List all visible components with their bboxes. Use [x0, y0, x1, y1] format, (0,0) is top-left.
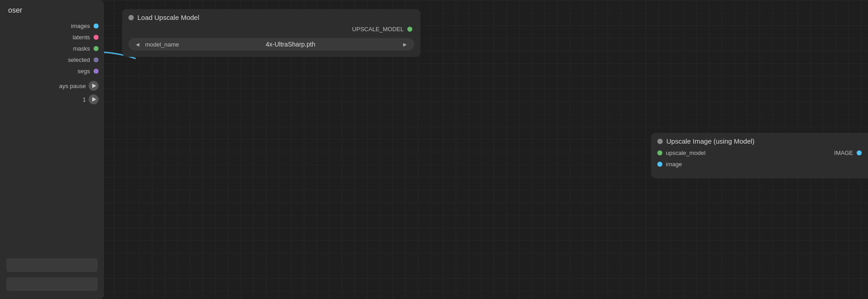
port-label-masks: masks: [73, 45, 90, 52]
load-upscale-title: Load Upscale Model: [137, 14, 199, 21]
play-button-1[interactable]: [89, 94, 99, 104]
control-row-1: 1: [6, 94, 104, 104]
port-label-upscale-model: upscale_model: [666, 150, 705, 156]
upscale-model-port-row: upscale_model IMAGE: [657, 150, 862, 156]
upscale-image-node: Upscale Image (using Model) upscale_mode…: [651, 133, 868, 178]
left-panel-node: oser images latents masks selected segs …: [0, 0, 104, 299]
model-name-control[interactable]: ◄ model_name 4x-UltraSharp.pth ►: [128, 38, 414, 51]
port-dot-masks[interactable]: [94, 46, 99, 51]
upscale-image-title: Upscale Image (using Model): [666, 137, 755, 145]
port-label-selected: selected: [68, 56, 90, 63]
control-label-pause: ays pause: [59, 83, 86, 89]
port-dot-latents[interactable]: [94, 35, 99, 40]
port-dot-upscale-model[interactable]: [657, 150, 662, 155]
upscale-model-output-port[interactable]: [407, 27, 412, 32]
upscale-model-input: upscale_model: [657, 150, 705, 156]
port-label-segs: segs: [78, 68, 90, 75]
port-dot-image-input[interactable]: [657, 162, 662, 167]
control-row-pause: ays pause: [6, 81, 104, 91]
upscale-outputs: UPSCALE_MODEL: [128, 26, 414, 33]
upscale-image-status-dot: [657, 139, 663, 144]
load-upscale-model-node: Load Upscale Model UPSCALE_MODEL ◄ model…: [122, 9, 420, 57]
port-label-image-output: IMAGE: [834, 150, 853, 156]
port-dot-segs[interactable]: [94, 69, 99, 74]
model-next-button[interactable]: ►: [402, 41, 408, 48]
model-name-field-value: 4x-UltraSharp.pth: [184, 41, 397, 48]
model-name-field-label: model_name: [145, 41, 179, 48]
control-label-1: 1: [83, 96, 86, 103]
port-row-images: images: [6, 23, 104, 29]
port-row-masks: masks: [6, 45, 104, 52]
port-label-image-input: image: [666, 161, 682, 168]
image-input-port-row: image: [657, 161, 862, 168]
image-input: image: [657, 161, 682, 168]
port-row-selected: selected: [6, 56, 104, 63]
upscale-model-output-label: UPSCALE_MODEL: [352, 26, 404, 33]
port-row-segs: segs: [6, 68, 104, 75]
bottom-bar-1: [6, 258, 98, 272]
port-row-latents: latents: [6, 34, 104, 41]
upscale-image-header: Upscale Image (using Model): [657, 137, 862, 145]
port-dot-images[interactable]: [94, 23, 99, 28]
port-dot-selected[interactable]: [94, 57, 99, 62]
play-button-pause[interactable]: [89, 81, 99, 91]
port-label-images: images: [71, 23, 90, 29]
load-upscale-status-dot: [128, 15, 134, 20]
model-prev-button[interactable]: ◄: [135, 41, 141, 48]
image-output-row: IMAGE: [834, 150, 862, 156]
port-label-latents: latents: [73, 34, 90, 41]
bottom-bar-2: [6, 277, 98, 291]
port-dot-image-output[interactable]: [857, 150, 862, 155]
load-upscale-header: Load Upscale Model: [128, 14, 414, 21]
left-panel-title: oser: [6, 6, 104, 14]
